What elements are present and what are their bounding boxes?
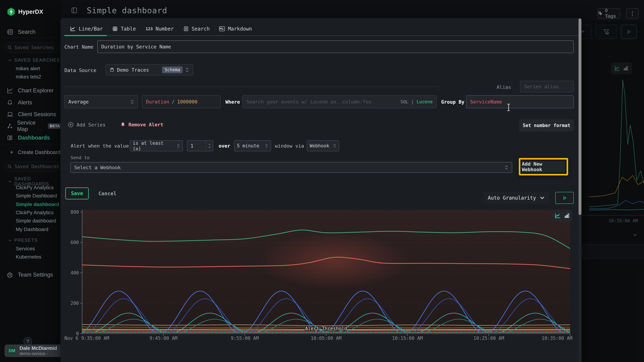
data-source-select[interactable]: Demo Traces Schema (106, 64, 193, 75)
background-chart (582, 36, 644, 232)
line-chart-icon (70, 26, 76, 32)
saved-dashboard-item[interactable]: ClickPy Analytics (16, 210, 54, 215)
group-by-input[interactable] (470, 99, 570, 105)
play-icon (626, 29, 632, 34)
logo[interactable]: HyperDX (7, 7, 43, 16)
query-language-toggle[interactable]: SQL | Lucene (400, 99, 433, 104)
where-label: Where (226, 99, 240, 105)
where-input[interactable] (246, 99, 398, 105)
tab-table[interactable]: Table (112, 23, 136, 34)
chart-name-label: Chart Name (64, 44, 94, 50)
filter-button[interactable] (596, 25, 617, 39)
play-icon (562, 195, 567, 200)
presets-header[interactable]: PRESETS (8, 238, 38, 243)
granularity-select[interactable]: Auto Granularity (483, 192, 549, 204)
saved-dashboard-item[interactable]: Simple dashboard (16, 218, 56, 224)
alert-condition-select[interactable]: is at least (≥) (130, 140, 183, 151)
sidebar-item-alerts[interactable]: Alerts (0, 98, 62, 108)
chart-type-toggle[interactable] (552, 210, 572, 221)
alert-window-select[interactable]: 5 minute (234, 140, 271, 151)
sidebar: HyperDX Search SAVED SEARCHES mikes aler… (0, 0, 62, 362)
chevron-down-icon (8, 59, 12, 61)
saved-search-item[interactable]: mikes alert (16, 66, 40, 71)
table-icon (112, 26, 118, 32)
panel-toggle-icon[interactable] (71, 7, 78, 14)
search-icon (7, 45, 12, 50)
sidebar-item-dashboards[interactable]: Dashboards (0, 133, 62, 143)
alert-threshold-field[interactable] (187, 140, 213, 151)
alias-field[interactable] (520, 81, 574, 92)
sidebar-item-service-map[interactable]: Service Map BETA (0, 121, 62, 131)
sql-option[interactable]: SQL (400, 99, 408, 104)
select-chevrons-icon (185, 67, 189, 73)
database-icon (110, 67, 114, 73)
sidebar-item-chart-explorer[interactable]: Chart Explorer (0, 86, 62, 96)
lucene-option[interactable]: Lucene (417, 99, 433, 104)
tab-line-bar[interactable]: Line/Bar (70, 23, 103, 34)
svg-text:800: 800 (70, 209, 79, 215)
chevron-down-icon[interactable] (632, 233, 638, 237)
save-button[interactable]: Save (65, 187, 89, 199)
chevron-down-icon (8, 239, 12, 242)
saved-searches-search[interactable] (4, 43, 60, 52)
run-chart-button[interactable] (555, 192, 574, 204)
webhook-select[interactable]: Select a Webhook (70, 162, 512, 173)
chart-name-field[interactable] (97, 40, 574, 53)
sidebar-item-label: Team Settings (18, 272, 53, 278)
plus-icon (9, 150, 16, 155)
saved-search-item[interactable]: mikes tets2 (16, 74, 41, 80)
svg-text:400: 400 (70, 270, 79, 276)
kebab-menu-button[interactable]: ⋮ (626, 8, 639, 18)
select-chevrons-icon (130, 99, 134, 104)
group-by-field[interactable] (466, 95, 574, 108)
svg-text:200: 200 (70, 301, 79, 306)
create-dashboard-button[interactable]: Create Dashboard (0, 147, 62, 157)
svg-text:9:45:00 AM: 9:45:00 AM (149, 336, 178, 341)
saved-dashboards-search[interactable] (4, 162, 60, 171)
alert-threshold-input[interactable] (190, 143, 203, 149)
set-number-format-button[interactable]: Set number format (519, 119, 574, 132)
sidebar-item-team-settings[interactable]: Team Settings (0, 270, 62, 280)
run-query-button[interactable] (621, 25, 637, 39)
svg-text:10:15:00 AM: 10:15:00 AM (392, 336, 423, 341)
preset-item[interactable]: Services (16, 246, 35, 252)
where-field[interactable]: SQL | Lucene (242, 95, 437, 108)
bell-icon (7, 99, 16, 106)
gear-icon (7, 272, 16, 278)
background-chart-type-toggle[interactable] (611, 62, 632, 74)
sidebar-item-search[interactable]: Search (0, 27, 62, 37)
add-series-button[interactable]: Add Series (68, 122, 106, 128)
tags-button[interactable]: 0 Tags (598, 8, 620, 18)
logs-icon (7, 29, 16, 35)
aggregation-select[interactable]: Average (64, 95, 138, 108)
remove-alert-button[interactable]: Remove Alert (120, 122, 163, 127)
preset-item[interactable]: Kubernetes (16, 254, 41, 260)
tab-markdown[interactable]: Markdown (219, 23, 252, 34)
number-spinner[interactable] (206, 141, 213, 151)
alias-label: Alias (496, 84, 511, 90)
alias-input[interactable] (524, 84, 570, 89)
formula-field[interactable]: Duration/1000000 (142, 95, 220, 108)
active-tab-underline (64, 35, 107, 36)
svg-text:10:25:00 AM: 10:25:00 AM (473, 336, 504, 341)
saved-dashboard-item[interactable]: My Dashboard (16, 227, 48, 232)
saved-searches-header[interactable]: SAVED SEARCHES (8, 57, 60, 63)
divider (64, 86, 439, 87)
alert-channel-select[interactable]: Webhook (307, 140, 339, 151)
saved-dashboard-item-active[interactable]: Simple dashboard (16, 201, 59, 207)
sidebar-item-client-sessions[interactable]: Client Sessions (0, 109, 62, 119)
chart-name-input[interactable] (101, 44, 570, 49)
refresh-button[interactable]: ⟳ (582, 25, 592, 39)
background-axis-label: 10:35:00 AM (608, 218, 638, 223)
markdown-icon (219, 26, 225, 31)
saved-dashboard-item[interactable]: Simple Dashboard (16, 193, 57, 199)
modal-scrollbar[interactable] (578, 18, 582, 362)
saved-dashboard-item[interactable]: ClickPy Analytics (16, 185, 54, 190)
add-new-webhook-button[interactable]: Add New Webhook (522, 161, 565, 173)
cancel-button[interactable]: Cancel (98, 191, 116, 196)
scrollbar-thumb[interactable] (578, 18, 582, 215)
tab-number[interactable]: 123 Number (146, 23, 174, 34)
tab-search[interactable]: Search (183, 23, 210, 34)
filter-icon (603, 28, 610, 35)
refresh-icon: ⟳ (582, 28, 584, 36)
